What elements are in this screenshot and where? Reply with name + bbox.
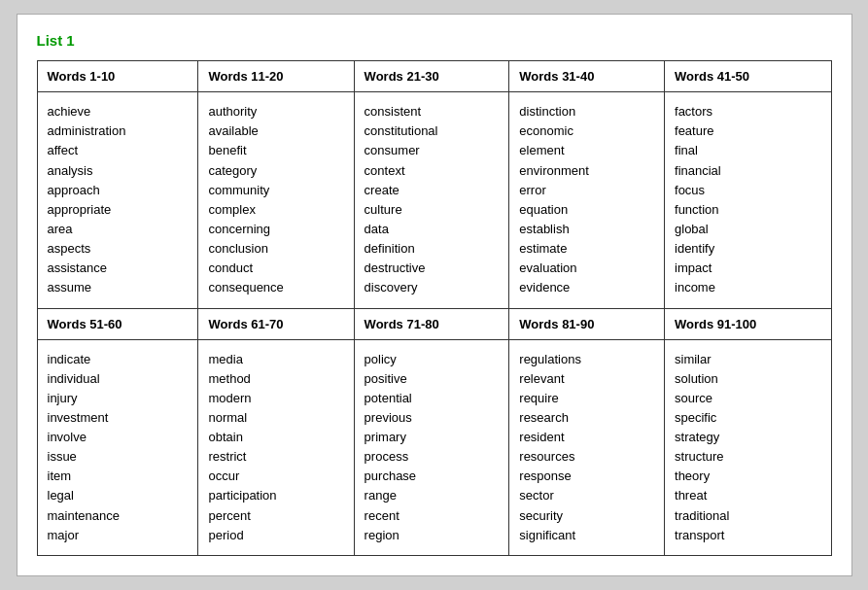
words-51-60: indicate individual injury investment in… bbox=[37, 339, 198, 555]
words-91-100: similar solution source specific strateg… bbox=[665, 339, 831, 555]
header-col7: Words 61-70 bbox=[198, 308, 354, 339]
page-container: List 1 Words 1-10 Words 11-20 Words 21-3… bbox=[17, 14, 852, 576]
words-11-20: authority available benefit category com… bbox=[198, 92, 354, 308]
words-1-10: achieve administration affect analysis a… bbox=[37, 92, 198, 308]
header-col4: Words 31-40 bbox=[509, 61, 665, 92]
word-table: Words 1-10 Words 11-20 Words 21-30 Words… bbox=[37, 60, 832, 556]
header-col1: Words 1-10 bbox=[37, 61, 198, 92]
header-col10: Words 91-100 bbox=[665, 308, 831, 339]
header-col9: Words 81-90 bbox=[509, 308, 665, 339]
header-col6: Words 51-60 bbox=[37, 308, 198, 339]
words-61-70: media method modern normal obtain restri… bbox=[198, 339, 354, 555]
words-71-80: policy positive potential previous prima… bbox=[354, 339, 509, 555]
list-title: List 1 bbox=[37, 32, 832, 49]
header-col8: Words 71-80 bbox=[354, 308, 509, 339]
header-col3: Words 21-30 bbox=[354, 61, 509, 92]
header-col2: Words 11-20 bbox=[198, 61, 354, 92]
words-41-50: factors feature final financial focus fu… bbox=[665, 92, 831, 308]
header-col5: Words 41-50 bbox=[665, 61, 831, 92]
words-81-90: regulations relevant require research re… bbox=[509, 339, 665, 555]
words-31-40: distinction economic element environment… bbox=[509, 92, 665, 308]
words-21-30: consistent constitutional consumer conte… bbox=[354, 92, 509, 308]
